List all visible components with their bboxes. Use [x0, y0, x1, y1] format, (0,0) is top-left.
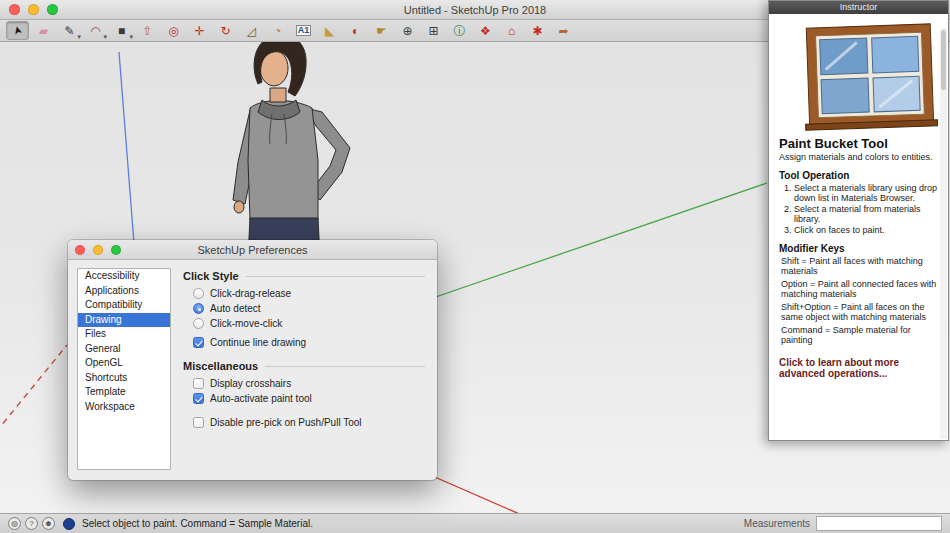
orbit-tool[interactable]: ◐ ▾ [344, 21, 367, 40]
preferences-title: SketchUp Preferences [68, 244, 437, 256]
push-pull-tool[interactable]: ⇧ ▾ [136, 21, 159, 40]
zoom-tool[interactable]: ⊕ ▾ [396, 21, 419, 40]
dropdown-arrow-icon: ▾ [77, 33, 81, 41]
zoom-extents-tool[interactable]: ⊞ ▾ [422, 21, 445, 40]
offset-tool[interactable]: ◎ ▾ [162, 21, 185, 40]
geolocation-icon[interactable]: ◍ [8, 517, 21, 530]
radio-icon[interactable] [193, 288, 204, 299]
status-message: Select object to paint. Command = Sample… [82, 518, 313, 529]
advanced-operations-link[interactable]: Click to learn about more advanced opera… [779, 357, 938, 379]
instructor-body: Paint Bucket Tool Assign materials and c… [769, 14, 948, 440]
send-to-layout-tool[interactable]: ➦ ▾ [552, 21, 575, 40]
tool-icon: A1 [296, 25, 312, 36]
category-label: Compatibility [85, 299, 142, 310]
tool-icon: ◣ [325, 25, 334, 37]
preferences-category-item[interactable]: Files [78, 327, 170, 342]
preferences-category-item[interactable]: Workspace [78, 400, 170, 415]
tool-icon: ⌂ [508, 25, 515, 37]
instructor-scrollbar-thumb[interactable] [941, 30, 946, 90]
preferences-category-item[interactable]: General [78, 342, 170, 357]
click-style-radios: Click-drag-release Auto detect Click-mov… [193, 288, 425, 329]
instructor-titlebar[interactable]: Instructor [769, 1, 948, 14]
shapes-tool[interactable]: ■ ▾ [110, 21, 133, 40]
radio-icon[interactable] [193, 303, 204, 314]
miscellaneous-option[interactable]: Auto-activate paint tool [193, 393, 425, 404]
make-component-tool[interactable]: ❖ ▾ [474, 21, 497, 40]
model-info-tool[interactable]: ⓘ ▾ [448, 21, 471, 40]
instructor-tool-title: Paint Bucket Tool [779, 136, 938, 151]
warehouse-tool[interactable]: ⌂ ▾ [500, 21, 523, 40]
preferences-category-item[interactable]: Template [78, 385, 170, 400]
preferences-titlebar[interactable]: SketchUp Preferences [68, 240, 437, 260]
checkbox-icon[interactable] [193, 337, 204, 348]
move-tool[interactable]: ✛ ▾ [188, 21, 211, 40]
click-style-radio-option[interactable]: Click-move-click [193, 318, 425, 329]
tool-icon: ✎ [64, 25, 74, 37]
checkbox-icon[interactable] [193, 417, 204, 428]
miscellaneous-option[interactable]: Disable pre-pick on Push/Pull Tool [193, 417, 425, 428]
continue-line-drawing-option[interactable]: Continue line drawing [193, 337, 425, 348]
click-style-heading-label: Click Style [183, 270, 239, 282]
scale-tool[interactable]: ◿ ▾ [240, 21, 263, 40]
tool-icon: ❖ [480, 25, 491, 37]
tool-operation-step: Select a materials library using drop do… [794, 183, 938, 203]
category-label: Drawing [85, 314, 122, 325]
paint-bucket-tool[interactable]: ◣ ▾ [318, 21, 341, 40]
measurements-area: Measurements [744, 516, 942, 531]
modifier-key-line: Option = Paint all connected faces with … [781, 279, 938, 299]
preferences-category-item[interactable]: Applications [78, 284, 170, 299]
click-style-radio-option[interactable]: Click-drag-release [193, 288, 425, 299]
measurements-input[interactable] [816, 516, 942, 531]
preferences-category-list: Accessibility Applications Compatibility… [77, 268, 171, 470]
radio-label: Click-drag-release [210, 288, 291, 299]
checkbox-icon[interactable] [193, 378, 204, 389]
signin-icon[interactable]: ☻ [42, 517, 55, 530]
tool-icon: ▰ [39, 25, 48, 37]
checkbox-icon[interactable] [193, 393, 204, 404]
instructor-scrollbar[interactable] [940, 28, 947, 439]
tool-icon: ⊞ [428, 25, 438, 37]
preferences-body: Accessibility Applications Compatibility… [68, 260, 437, 480]
miscellaneous-section: Miscellaneous Display crosshairs [183, 360, 425, 428]
radio-icon[interactable] [193, 318, 204, 329]
pan-tool[interactable]: ☛ ▾ [370, 21, 393, 40]
line-tool[interactable]: ✎ ▾ [58, 21, 81, 40]
tool-icon: ⇧ [142, 25, 152, 37]
eraser-tool[interactable]: ▰ ▾ [32, 21, 55, 40]
miscellaneous-option[interactable]: Display crosshairs [193, 378, 425, 389]
preferences-category-item[interactable]: Shortcuts [78, 371, 170, 386]
text-tool[interactable]: A1 ▾ [292, 21, 315, 40]
tool-icon: ↻ [220, 25, 230, 37]
preferences-category-item[interactable]: OpenGL [78, 356, 170, 371]
tool-icon: ◐ [352, 25, 359, 37]
tool-icon: ◿ [247, 25, 256, 37]
click-style-radio-option[interactable]: Auto detect [193, 303, 425, 314]
help-icon[interactable]: ? [25, 517, 38, 530]
tool-icon: ◔ [274, 25, 281, 37]
modifier-key-line: Shift+Option = Paint all faces on the sa… [781, 302, 938, 322]
arc-tool[interactable]: ◠ ▾ [84, 21, 107, 40]
checkbox-label: Continue line drawing [210, 337, 306, 348]
miscellaneous-checkboxes: Display crosshairs Auto-activate paint t… [193, 378, 425, 428]
preferences-category-item[interactable]: Compatibility [78, 298, 170, 313]
modifier-key-line: Shift = Paint all faces with matching ma… [781, 256, 938, 276]
preferences-content: Click Style Click-drag-release Auto dete… [183, 268, 425, 432]
extension-warehouse-tool[interactable]: ✱ ▾ [526, 21, 549, 40]
statusbar: ◍ ? ☻ Select object to paint. Command = … [0, 513, 950, 533]
checkbox-label: Auto-activate paint tool [210, 393, 312, 404]
tool-icon: ➦ [558, 25, 568, 37]
tool-status-icon [63, 518, 75, 530]
category-label: Template [85, 386, 126, 397]
category-label: Accessibility [85, 270, 139, 281]
dropdown-arrow-icon: ▾ [103, 33, 107, 41]
statusbar-icon-glyph: ☻ [44, 519, 52, 528]
tape-measure-tool[interactable]: ◔ ▾ [266, 21, 289, 40]
preferences-category-item[interactable]: Drawing [78, 313, 170, 328]
modifier-key-line: Command = Sample material for painting [781, 325, 938, 345]
preferences-category-item[interactable]: Accessibility [78, 269, 170, 284]
rotate-tool[interactable]: ↻ ▾ [214, 21, 237, 40]
modifier-keys-heading: Modifier Keys [779, 243, 938, 254]
select-tool[interactable]: ➤ ▾ [6, 21, 29, 40]
category-label: Shortcuts [85, 372, 127, 383]
sketchup-window: Untitled - SketchUp Pro 2018 ➤ ▾ ▰ ▾ ✎ ▾ [0, 0, 950, 533]
